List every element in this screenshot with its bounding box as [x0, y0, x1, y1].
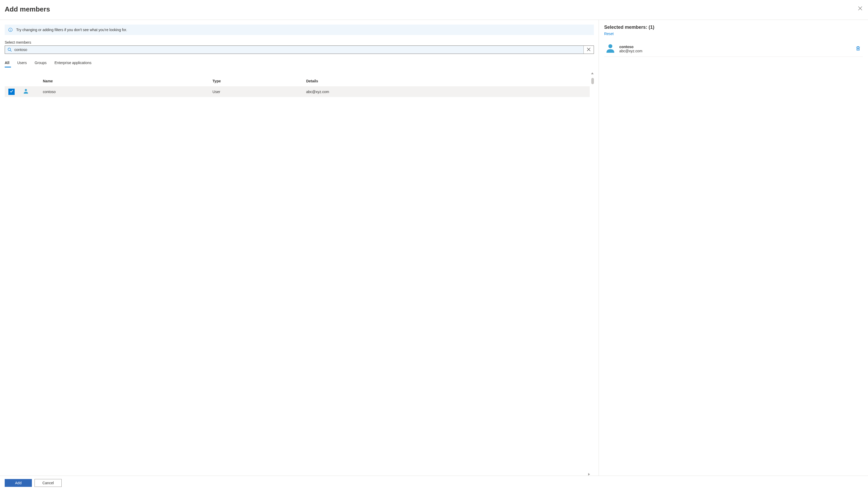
tab-enterprise-applications[interactable]: Enterprise applications — [54, 59, 91, 67]
tab-groups[interactable]: Groups — [34, 59, 46, 67]
trash-icon — [856, 48, 860, 52]
row-type: User — [212, 90, 306, 94]
add-button[interactable]: Add — [5, 479, 32, 487]
scroll-up-icon[interactable] — [591, 71, 594, 75]
clear-search-button[interactable] — [584, 46, 594, 54]
svg-point-12 — [609, 44, 613, 48]
info-banner-text: Try changing or adding filters if you do… — [16, 28, 127, 32]
search-label: Select members — [5, 40, 594, 45]
info-banner: Try changing or adding filters if you do… — [5, 25, 594, 35]
user-icon — [605, 43, 616, 54]
dialog-title: Add members — [5, 5, 50, 13]
table-row[interactable]: contoso User abc@xyz.com — [5, 86, 590, 97]
tab-all[interactable]: All — [5, 59, 9, 67]
close-icon — [858, 6, 862, 11]
dialog-footer: Add Cancel — [0, 475, 868, 490]
clear-icon — [587, 48, 590, 52]
search-field — [5, 46, 594, 54]
svg-marker-9 — [591, 73, 594, 74]
results-list: Name Type Details — [5, 76, 590, 471]
search-input[interactable] — [14, 46, 584, 54]
svg-point-11 — [25, 89, 27, 91]
svg-point-5 — [8, 48, 11, 51]
column-header-details: Details — [306, 79, 590, 83]
svg-line-6 — [10, 51, 12, 52]
results-area: Name Type Details — [5, 71, 594, 475]
main-container: Try changing or adding filters if you do… — [0, 20, 868, 475]
search-icon — [5, 46, 14, 54]
selected-member-name: contoso — [619, 45, 851, 49]
search-panel: Try changing or adding filters if you do… — [0, 20, 599, 475]
remove-member-button[interactable] — [855, 45, 862, 53]
selected-members-list: contoso abc@xyz.com — [604, 41, 863, 475]
row-details: abc@xyz.com — [306, 90, 590, 94]
selected-member-info: contoso abc@xyz.com — [619, 45, 851, 53]
close-button[interactable] — [857, 5, 863, 12]
user-icon — [23, 91, 29, 95]
selected-member-details: abc@xyz.com — [619, 49, 851, 53]
check-icon — [10, 89, 13, 94]
row-checkbox[interactable] — [8, 89, 14, 95]
svg-point-4 — [10, 29, 10, 29]
filter-tabs: All Users Groups Enterprise applications — [5, 59, 594, 67]
dialog-header: Add members — [0, 0, 868, 20]
svg-marker-10 — [588, 473, 590, 475]
selected-members-title: Selected members: (1) — [604, 25, 863, 30]
scrollbar-thumb[interactable] — [591, 78, 594, 84]
row-name: contoso — [43, 90, 212, 94]
column-header-name: Name — [43, 79, 212, 83]
column-header-type: Type — [212, 79, 306, 83]
scroll-right-icon[interactable] — [588, 472, 591, 475]
table-header-row: Name Type Details — [5, 76, 590, 86]
selected-panel: Selected members: (1) Reset contoso abc@… — [599, 20, 868, 475]
selected-member-item: contoso abc@xyz.com — [604, 41, 863, 57]
info-icon — [8, 28, 12, 32]
cancel-button[interactable]: Cancel — [34, 479, 62, 487]
tab-users[interactable]: Users — [17, 59, 27, 67]
reset-link[interactable]: Reset — [604, 32, 863, 36]
